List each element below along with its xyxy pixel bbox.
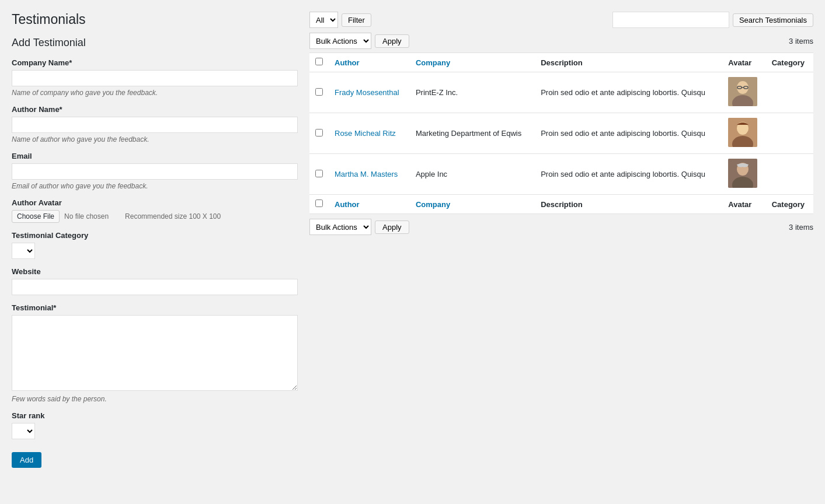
row-description: Proin sed odio et ante adipiscing lobort… — [535, 154, 722, 195]
select-all-checkbox[interactable] — [315, 58, 323, 65]
recommended-size-text: Recommended size 100 X 100 — [125, 212, 221, 220]
search-button[interactable]: Search Testimonials — [733, 13, 813, 27]
toolbar-row: All Filter Search Testimonials — [309, 12, 813, 28]
header-checkbox-col — [309, 53, 329, 72]
website-input[interactable] — [12, 279, 298, 295]
author-link[interactable]: Martha M. Masters — [335, 170, 398, 178]
star-rank-label: Star rank — [12, 411, 298, 420]
row-company: PrintE-Z Inc. — [410, 72, 535, 113]
author-link[interactable]: Rose Micheal Ritz — [335, 129, 396, 138]
items-count-bottom: 3 items — [789, 223, 813, 232]
testimonial-textarea[interactable] — [12, 315, 298, 391]
author-avatar-group: Author Avatar Choose File No file chosen… — [12, 198, 298, 223]
testimonial-group: Testimonial* Few words said by the perso… — [12, 303, 298, 403]
row-company: Apple Inc — [410, 154, 535, 195]
testimonials-table: Author Company Description Avatar Catego… — [309, 52, 813, 214]
footer-company-link[interactable]: Company — [416, 200, 450, 209]
row-category — [766, 113, 813, 154]
row-checkbox-cell — [309, 154, 329, 195]
author-link[interactable]: Frady Mosesenthal — [335, 88, 399, 97]
header-description: Description — [535, 53, 722, 72]
footer-author[interactable]: Author — [329, 195, 410, 214]
table-header-row: Author Company Description Avatar Catego… — [309, 53, 813, 72]
row-author: Martha M. Masters — [329, 154, 410, 195]
company-name-label: Company Name* — [12, 58, 298, 67]
website-label: Website — [12, 267, 298, 276]
page-title: Testimonials — [12, 12, 298, 27]
avatar-image — [728, 159, 757, 188]
star-rank-group: Star rank — [12, 411, 298, 439]
footer-category: Category — [766, 195, 813, 214]
items-count-top: 3 items — [789, 37, 813, 46]
company-col-link[interactable]: Company — [416, 58, 450, 67]
row-category — [766, 154, 813, 195]
email-input[interactable] — [12, 163, 298, 180]
email-group: Email Email of author who gave you the f… — [12, 152, 298, 190]
row-author: Frady Mosesenthal — [329, 72, 410, 113]
author-avatar-label: Author Avatar — [12, 198, 298, 207]
table-footer-row: Author Company Description Avatar Catego… — [309, 195, 813, 214]
testimonial-category-select[interactable] — [12, 243, 35, 259]
testimonial-category-label: Testimonial Category — [12, 231, 298, 240]
row-description: Proin sed odio et ante adipiscing lobort… — [535, 113, 722, 154]
header-category: Category — [766, 53, 813, 72]
header-author[interactable]: Author — [329, 53, 410, 72]
testimonial-category-group: Testimonial Category — [12, 231, 298, 259]
row-category — [766, 72, 813, 113]
author-name-group: Author Name* Name of author who gave you… — [12, 105, 298, 144]
add-button[interactable]: Add — [12, 452, 41, 468]
avatar-image — [728, 77, 757, 106]
choose-file-button[interactable]: Choose File — [12, 210, 60, 223]
avatar-image — [728, 118, 757, 147]
row-avatar — [722, 113, 765, 154]
header-avatar: Avatar — [722, 53, 765, 72]
company-name-group: Company Name* Name of company who gave y… — [12, 58, 298, 97]
all-filter-select[interactable]: All — [309, 12, 338, 28]
bulk-actions-bottom-row: Bulk Actions Apply 3 items — [309, 219, 813, 235]
footer-company[interactable]: Company — [410, 195, 535, 214]
email-label: Email — [12, 152, 298, 160]
footer-avatar: Avatar — [722, 195, 765, 214]
row-checkbox-cell — [309, 72, 329, 113]
author-name-input[interactable] — [12, 117, 298, 133]
row-company: Marketing Department of Eqwis — [410, 113, 535, 154]
company-name-input[interactable] — [12, 70, 298, 86]
row-checkbox[interactable] — [315, 88, 323, 96]
table-row: Frady Mosesenthal PrintE-Z Inc. Proin se… — [309, 72, 813, 113]
email-hint: Email of author who gave you the feedbac… — [12, 182, 298, 190]
website-group: Website — [12, 267, 298, 295]
author-name-hint: Name of author who gave you the feedback… — [12, 135, 298, 144]
search-input[interactable] — [612, 12, 729, 28]
row-checkbox[interactable] — [315, 170, 323, 177]
select-all-footer-checkbox[interactable] — [315, 200, 323, 207]
author-name-label: Author Name* — [12, 105, 298, 114]
table-row: Martha M. Masters Apple Inc Proin sed od… — [309, 154, 813, 195]
filter-button[interactable]: Filter — [342, 13, 371, 27]
footer-description: Description — [535, 195, 722, 214]
row-avatar — [722, 72, 765, 113]
bulk-actions-bottom-select[interactable]: Bulk Actions — [309, 219, 371, 235]
apply-bottom-button[interactable]: Apply — [375, 220, 409, 234]
footer-checkbox-col — [309, 195, 329, 214]
star-rank-select[interactable] — [12, 423, 35, 439]
row-avatar — [722, 154, 765, 195]
apply-top-button[interactable]: Apply — [375, 34, 409, 48]
footer-author-link[interactable]: Author — [335, 200, 360, 209]
left-panel: Testimonials Add Testimonial Company Nam… — [12, 12, 298, 492]
testimonial-label: Testimonial* — [12, 303, 298, 312]
row-checkbox[interactable] — [315, 129, 323, 136]
table-row: Rose Micheal Ritz Marketing Department o… — [309, 113, 813, 154]
row-description: Proin sed odio et ante adipiscing lobort… — [535, 72, 722, 113]
row-checkbox-cell — [309, 113, 329, 154]
header-company[interactable]: Company — [410, 53, 535, 72]
author-col-link[interactable]: Author — [335, 58, 360, 67]
no-file-text: No file chosen — [64, 212, 109, 220]
bulk-actions-top-row: Bulk Actions Apply 3 items — [309, 33, 813, 49]
section-title: Add Testimonial — [12, 37, 298, 49]
testimonial-hint: Few words said by the person. — [12, 395, 298, 403]
bulk-actions-top-select[interactable]: Bulk Actions — [309, 33, 371, 49]
company-name-hint: Name of company who gave you the feedbac… — [12, 89, 298, 97]
row-author: Rose Micheal Ritz — [329, 113, 410, 154]
right-panel: All Filter Search Testimonials Bulk Acti… — [309, 12, 813, 492]
